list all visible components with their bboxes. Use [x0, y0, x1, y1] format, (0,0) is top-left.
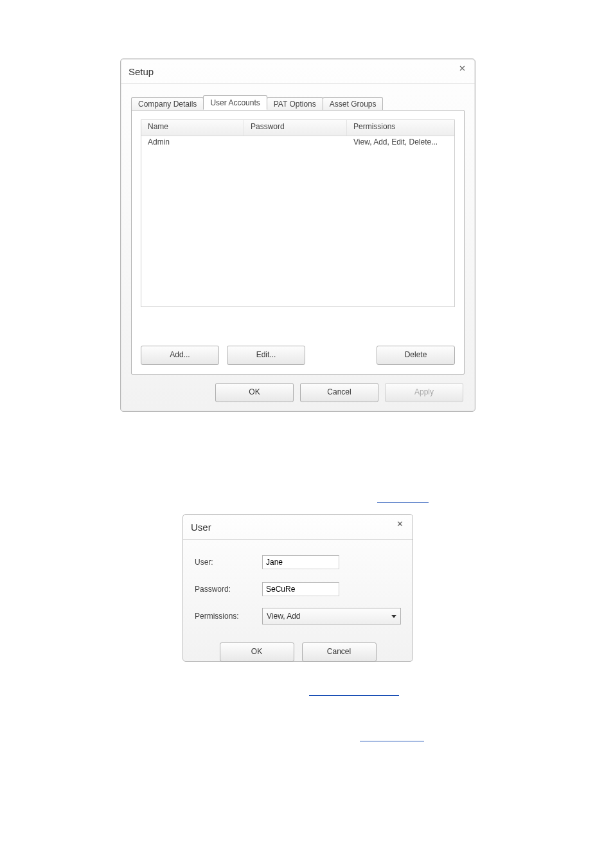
- users-table-header: Name Password Permissions: [141, 120, 454, 136]
- col-permissions[interactable]: Permissions: [347, 120, 454, 136]
- password-label: Password:: [195, 585, 262, 594]
- user-label: User:: [195, 558, 262, 567]
- cell-user-permissions: View, Add, Edit, Delete...: [347, 136, 454, 150]
- tab-pat-options[interactable]: PAT Options: [267, 97, 323, 111]
- close-icon[interactable]: ✕: [456, 63, 468, 75]
- col-name[interactable]: Name: [141, 120, 244, 136]
- hint-line: [309, 695, 399, 696]
- table-row[interactable]: Admin View, Add, Edit, Delete...: [141, 136, 454, 150]
- user-dialog: User ✕ User: Password: Permissions: View…: [182, 514, 413, 662]
- tab-panel-user-accounts: Name Password Permissions Admin View, Ad…: [131, 110, 465, 375]
- cell-user-password: [244, 136, 347, 150]
- tab-asset-groups[interactable]: Asset Groups: [323, 97, 384, 111]
- users-table: Name Password Permissions Admin View, Ad…: [141, 120, 455, 307]
- cancel-button[interactable]: Cancel: [300, 383, 378, 402]
- delete-button[interactable]: Delete: [377, 346, 455, 365]
- chevron-down-icon: [391, 615, 396, 618]
- password-field[interactable]: [262, 582, 339, 596]
- col-password[interactable]: Password: [244, 120, 347, 136]
- add-button[interactable]: Add...: [141, 346, 219, 365]
- hint-line: [360, 741, 424, 741]
- tabstrip: Company Details User Accounts PAT Option…: [131, 93, 465, 110]
- user-dialog-title: User: [191, 522, 211, 533]
- permissions-label: Permissions:: [195, 612, 262, 621]
- cell-user-name: Admin: [141, 136, 244, 150]
- close-icon[interactable]: ✕: [393, 518, 406, 530]
- hint-line: [377, 502, 429, 503]
- permissions-value: View, Add: [267, 612, 301, 621]
- permissions-select[interactable]: View, Add: [262, 608, 401, 624]
- tab-company-details[interactable]: Company Details: [131, 97, 204, 111]
- user-field[interactable]: [262, 555, 339, 569]
- ok-button[interactable]: OK: [215, 383, 294, 402]
- apply-button: Apply: [385, 383, 463, 402]
- user-titlebar: User ✕: [183, 515, 413, 540]
- setup-dialog: Setup ✕ Company Details User Accounts PA…: [120, 58, 475, 412]
- setup-titlebar: Setup ✕: [121, 59, 475, 84]
- tab-user-accounts[interactable]: User Accounts: [203, 95, 267, 110]
- setup-title: Setup: [129, 66, 154, 77]
- cancel-button[interactable]: Cancel: [302, 642, 377, 662]
- ok-button[interactable]: OK: [220, 642, 294, 662]
- edit-button[interactable]: Edit...: [227, 346, 305, 365]
